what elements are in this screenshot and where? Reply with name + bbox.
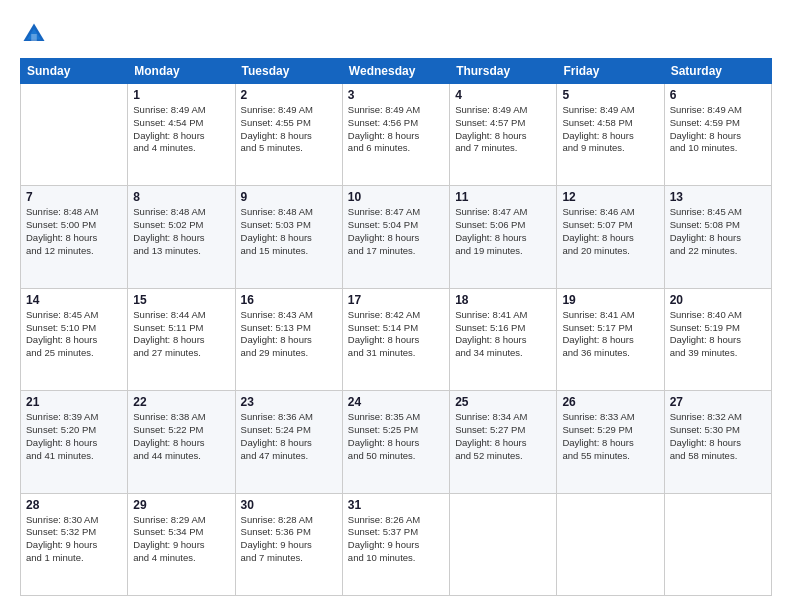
day-info: Sunrise: 8:40 AMSunset: 5:19 PMDaylight:… bbox=[670, 309, 766, 360]
calendar-cell: 8Sunrise: 8:48 AMSunset: 5:02 PMDaylight… bbox=[128, 186, 235, 288]
calendar-cell: 7Sunrise: 8:48 AMSunset: 5:00 PMDaylight… bbox=[21, 186, 128, 288]
day-info: Sunrise: 8:47 AMSunset: 5:04 PMDaylight:… bbox=[348, 206, 444, 257]
calendar-cell: 28Sunrise: 8:30 AMSunset: 5:32 PMDayligh… bbox=[21, 493, 128, 595]
day-info: Sunrise: 8:33 AMSunset: 5:29 PMDaylight:… bbox=[562, 411, 658, 462]
calendar-cell: 24Sunrise: 8:35 AMSunset: 5:25 PMDayligh… bbox=[342, 391, 449, 493]
calendar-cell: 29Sunrise: 8:29 AMSunset: 5:34 PMDayligh… bbox=[128, 493, 235, 595]
day-info: Sunrise: 8:42 AMSunset: 5:14 PMDaylight:… bbox=[348, 309, 444, 360]
day-info: Sunrise: 8:38 AMSunset: 5:22 PMDaylight:… bbox=[133, 411, 229, 462]
day-info: Sunrise: 8:30 AMSunset: 5:32 PMDaylight:… bbox=[26, 514, 122, 565]
calendar-cell: 17Sunrise: 8:42 AMSunset: 5:14 PMDayligh… bbox=[342, 288, 449, 390]
calendar-cell: 30Sunrise: 8:28 AMSunset: 5:36 PMDayligh… bbox=[235, 493, 342, 595]
day-info: Sunrise: 8:41 AMSunset: 5:17 PMDaylight:… bbox=[562, 309, 658, 360]
day-number: 21 bbox=[26, 395, 122, 409]
header bbox=[20, 16, 772, 48]
day-number: 12 bbox=[562, 190, 658, 204]
day-number: 5 bbox=[562, 88, 658, 102]
day-number: 2 bbox=[241, 88, 337, 102]
day-info: Sunrise: 8:49 AMSunset: 4:58 PMDaylight:… bbox=[562, 104, 658, 155]
header-day: Thursday bbox=[450, 59, 557, 84]
calendar-cell bbox=[557, 493, 664, 595]
logo-icon bbox=[20, 20, 48, 48]
day-info: Sunrise: 8:45 AMSunset: 5:10 PMDaylight:… bbox=[26, 309, 122, 360]
calendar: SundayMondayTuesdayWednesdayThursdayFrid… bbox=[20, 58, 772, 596]
day-number: 18 bbox=[455, 293, 551, 307]
header-day: Monday bbox=[128, 59, 235, 84]
calendar-cell: 31Sunrise: 8:26 AMSunset: 5:37 PMDayligh… bbox=[342, 493, 449, 595]
day-number: 24 bbox=[348, 395, 444, 409]
day-number: 14 bbox=[26, 293, 122, 307]
day-number: 11 bbox=[455, 190, 551, 204]
calendar-cell: 10Sunrise: 8:47 AMSunset: 5:04 PMDayligh… bbox=[342, 186, 449, 288]
day-number: 26 bbox=[562, 395, 658, 409]
header-row: SundayMondayTuesdayWednesdayThursdayFrid… bbox=[21, 59, 772, 84]
day-number: 9 bbox=[241, 190, 337, 204]
day-info: Sunrise: 8:36 AMSunset: 5:24 PMDaylight:… bbox=[241, 411, 337, 462]
day-info: Sunrise: 8:48 AMSunset: 5:02 PMDaylight:… bbox=[133, 206, 229, 257]
calendar-week: 21Sunrise: 8:39 AMSunset: 5:20 PMDayligh… bbox=[21, 391, 772, 493]
calendar-week: 1Sunrise: 8:49 AMSunset: 4:54 PMDaylight… bbox=[21, 84, 772, 186]
header-day: Tuesday bbox=[235, 59, 342, 84]
calendar-cell: 6Sunrise: 8:49 AMSunset: 4:59 PMDaylight… bbox=[664, 84, 771, 186]
calendar-cell: 18Sunrise: 8:41 AMSunset: 5:16 PMDayligh… bbox=[450, 288, 557, 390]
calendar-cell: 21Sunrise: 8:39 AMSunset: 5:20 PMDayligh… bbox=[21, 391, 128, 493]
day-info: Sunrise: 8:49 AMSunset: 4:56 PMDaylight:… bbox=[348, 104, 444, 155]
calendar-week: 14Sunrise: 8:45 AMSunset: 5:10 PMDayligh… bbox=[21, 288, 772, 390]
day-number: 10 bbox=[348, 190, 444, 204]
day-info: Sunrise: 8:34 AMSunset: 5:27 PMDaylight:… bbox=[455, 411, 551, 462]
calendar-cell: 9Sunrise: 8:48 AMSunset: 5:03 PMDaylight… bbox=[235, 186, 342, 288]
day-info: Sunrise: 8:48 AMSunset: 5:03 PMDaylight:… bbox=[241, 206, 337, 257]
calendar-week: 28Sunrise: 8:30 AMSunset: 5:32 PMDayligh… bbox=[21, 493, 772, 595]
day-info: Sunrise: 8:48 AMSunset: 5:00 PMDaylight:… bbox=[26, 206, 122, 257]
day-number: 23 bbox=[241, 395, 337, 409]
calendar-cell: 16Sunrise: 8:43 AMSunset: 5:13 PMDayligh… bbox=[235, 288, 342, 390]
day-number: 3 bbox=[348, 88, 444, 102]
day-number: 31 bbox=[348, 498, 444, 512]
calendar-cell: 27Sunrise: 8:32 AMSunset: 5:30 PMDayligh… bbox=[664, 391, 771, 493]
day-info: Sunrise: 8:45 AMSunset: 5:08 PMDaylight:… bbox=[670, 206, 766, 257]
day-number: 20 bbox=[670, 293, 766, 307]
calendar-cell bbox=[21, 84, 128, 186]
day-number: 17 bbox=[348, 293, 444, 307]
day-number: 27 bbox=[670, 395, 766, 409]
day-info: Sunrise: 8:47 AMSunset: 5:06 PMDaylight:… bbox=[455, 206, 551, 257]
day-number: 4 bbox=[455, 88, 551, 102]
day-number: 7 bbox=[26, 190, 122, 204]
day-number: 29 bbox=[133, 498, 229, 512]
calendar-week: 7Sunrise: 8:48 AMSunset: 5:00 PMDaylight… bbox=[21, 186, 772, 288]
calendar-cell: 19Sunrise: 8:41 AMSunset: 5:17 PMDayligh… bbox=[557, 288, 664, 390]
day-number: 28 bbox=[26, 498, 122, 512]
header-day: Saturday bbox=[664, 59, 771, 84]
day-info: Sunrise: 8:32 AMSunset: 5:30 PMDaylight:… bbox=[670, 411, 766, 462]
header-day: Friday bbox=[557, 59, 664, 84]
day-info: Sunrise: 8:49 AMSunset: 4:59 PMDaylight:… bbox=[670, 104, 766, 155]
day-number: 19 bbox=[562, 293, 658, 307]
day-number: 1 bbox=[133, 88, 229, 102]
header-day: Wednesday bbox=[342, 59, 449, 84]
day-info: Sunrise: 8:28 AMSunset: 5:36 PMDaylight:… bbox=[241, 514, 337, 565]
calendar-cell: 15Sunrise: 8:44 AMSunset: 5:11 PMDayligh… bbox=[128, 288, 235, 390]
calendar-cell: 2Sunrise: 8:49 AMSunset: 4:55 PMDaylight… bbox=[235, 84, 342, 186]
calendar-cell bbox=[664, 493, 771, 595]
logo bbox=[20, 20, 50, 48]
page: SundayMondayTuesdayWednesdayThursdayFrid… bbox=[0, 0, 792, 612]
calendar-cell: 26Sunrise: 8:33 AMSunset: 5:29 PMDayligh… bbox=[557, 391, 664, 493]
day-number: 22 bbox=[133, 395, 229, 409]
day-info: Sunrise: 8:43 AMSunset: 5:13 PMDaylight:… bbox=[241, 309, 337, 360]
calendar-cell: 14Sunrise: 8:45 AMSunset: 5:10 PMDayligh… bbox=[21, 288, 128, 390]
day-info: Sunrise: 8:49 AMSunset: 4:55 PMDaylight:… bbox=[241, 104, 337, 155]
day-number: 25 bbox=[455, 395, 551, 409]
calendar-cell: 13Sunrise: 8:45 AMSunset: 5:08 PMDayligh… bbox=[664, 186, 771, 288]
day-info: Sunrise: 8:44 AMSunset: 5:11 PMDaylight:… bbox=[133, 309, 229, 360]
day-info: Sunrise: 8:26 AMSunset: 5:37 PMDaylight:… bbox=[348, 514, 444, 565]
day-info: Sunrise: 8:49 AMSunset: 4:57 PMDaylight:… bbox=[455, 104, 551, 155]
day-number: 6 bbox=[670, 88, 766, 102]
calendar-cell: 5Sunrise: 8:49 AMSunset: 4:58 PMDaylight… bbox=[557, 84, 664, 186]
calendar-cell: 11Sunrise: 8:47 AMSunset: 5:06 PMDayligh… bbox=[450, 186, 557, 288]
day-number: 13 bbox=[670, 190, 766, 204]
day-number: 30 bbox=[241, 498, 337, 512]
day-info: Sunrise: 8:35 AMSunset: 5:25 PMDaylight:… bbox=[348, 411, 444, 462]
header-day: Sunday bbox=[21, 59, 128, 84]
day-number: 8 bbox=[133, 190, 229, 204]
day-info: Sunrise: 8:39 AMSunset: 5:20 PMDaylight:… bbox=[26, 411, 122, 462]
